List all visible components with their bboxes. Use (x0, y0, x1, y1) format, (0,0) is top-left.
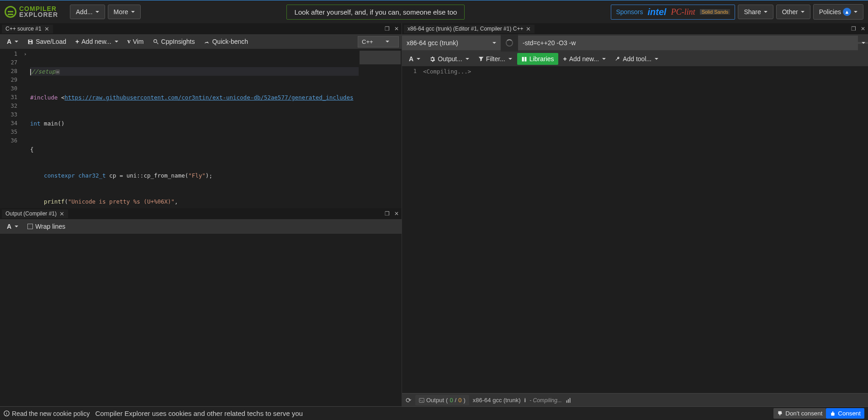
caret-icon (764, 11, 767, 13)
source-tabs: C++ source #1 ✕ ❐ ✕ (0, 23, 402, 34)
compiler-status-bar: ⟳ Output (0/0) x86-64 gcc (trunk) i - Co… (402, 393, 868, 407)
caret-icon (417, 58, 420, 60)
filter-icon (478, 56, 484, 62)
gutter: 1 27 28 29 30 31 32 33 34 35 36 (0, 49, 24, 208)
source-tab[interactable]: C++ source #1 ✕ (2, 25, 53, 33)
left-column: C++ source #1 ✕ ❐ ✕ A Save/Load +Add new… (0, 23, 402, 407)
font-button[interactable]: A (3, 220, 22, 232)
search-icon (153, 39, 159, 45)
terminal-icon (419, 398, 424, 403)
source-tab-label: C++ source #1 (5, 26, 42, 32)
close-icon[interactable]: ✕ (393, 210, 400, 217)
caret-icon (492, 42, 496, 44)
logo-icon (5, 6, 16, 18)
compiler-args-input[interactable] (518, 36, 858, 50)
thumbs-up-icon (830, 410, 836, 416)
close-icon[interactable]: ✕ (44, 26, 49, 32)
caret-icon (854, 11, 857, 13)
fold-column[interactable]: › (24, 49, 30, 208)
compile-spinner (501, 34, 518, 52)
logo[interactable]: COMPILER EXPLORER (5, 6, 58, 18)
dont-consent-button[interactable]: Don't consent (773, 408, 826, 419)
close-icon[interactable]: ✕ (860, 26, 866, 32)
consent-button[interactable]: Consent (826, 408, 864, 419)
status-compiling-label: - Compiling... (529, 397, 562, 404)
caret-icon (801, 11, 804, 13)
output-area[interactable] (0, 234, 402, 407)
compiler-select[interactable]: x86-64 gcc (trunk) (402, 36, 501, 50)
motd-banner: Look after yourself, and, if you can, so… (286, 5, 465, 20)
caret-icon (655, 58, 658, 60)
output-tab[interactable]: Output (Compiler #1) ✕ (2, 210, 68, 218)
source-toolbar: A Save/Load +Add new... vVim CppInsights… (0, 34, 402, 49)
info-icon[interactable]: i (524, 397, 526, 404)
saveload-button[interactable]: Save/Load (23, 36, 70, 47)
minimap[interactable] (359, 49, 402, 208)
logo-text-bottom: EXPLORER (19, 12, 58, 18)
book-icon (521, 56, 527, 62)
caret-icon (131, 11, 135, 13)
more-button[interactable]: More (108, 5, 141, 19)
add-button[interactable]: Add... (70, 5, 105, 19)
wrap-lines-checkbox[interactable]: Wrap lines (23, 220, 69, 232)
info-icon (4, 410, 10, 416)
font-button[interactable]: A (3, 36, 22, 47)
other-button[interactable]: Other (776, 5, 810, 19)
reload-icon[interactable]: ⟳ (406, 396, 412, 404)
sponsor-pclint: PC-lint (671, 7, 695, 17)
quickbench-button[interactable]: Quick-bench (200, 36, 252, 47)
addnew-button[interactable]: +Add new... (71, 36, 122, 47)
maximize-icon[interactable]: ❐ (850, 26, 857, 32)
caret-icon (386, 41, 389, 42)
libraries-button[interactable]: Libraries (517, 53, 558, 65)
gear-icon (429, 56, 435, 62)
source-editor[interactable]: 1 27 28 29 30 31 32 33 34 35 36 › //setu… (0, 49, 402, 208)
close-icon[interactable]: ✕ (526, 26, 531, 32)
compiler-tab[interactable]: x86-64 gcc (trunk) (Editor #1, Compiler … (404, 25, 535, 33)
addnew-button[interactable]: +Add new... (559, 53, 610, 65)
status-output-button[interactable]: Output (0/0) (415, 395, 469, 405)
thumbs-down-icon (777, 410, 783, 416)
fold-dots[interactable]: ⋯ (55, 69, 60, 74)
caret-icon (508, 58, 512, 60)
language-select[interactable]: C++ (358, 36, 399, 47)
output-tabs: Output (Compiler #1) ✕ ❐ ✕ (0, 208, 402, 219)
caret-icon (95, 11, 99, 13)
code-area[interactable]: //setup⋯ #include <https://raw.githubuse… (30, 49, 359, 208)
asm-editor[interactable]: 1 <Compiling...> (402, 66, 868, 393)
compiler-toolbar: A Output... Filter... Libraries +Add new… (402, 52, 868, 66)
gauge-icon (204, 39, 210, 45)
output-button[interactable]: Output... (425, 53, 473, 65)
svg-rect-4 (570, 398, 571, 403)
cookie-policy-link[interactable]: Read the new cookie policy (4, 410, 90, 417)
cppinsights-button[interactable]: CppInsights (149, 36, 199, 47)
svg-rect-2 (566, 400, 567, 403)
vim-button[interactable]: vVim (123, 36, 148, 47)
notification-badge: ▲ (843, 8, 851, 16)
addtool-button[interactable]: Add tool... (611, 53, 662, 65)
spinner-icon (506, 39, 513, 47)
save-icon (27, 39, 33, 45)
caret-icon (466, 58, 469, 60)
compiler-tabs: x86-64 gcc (trunk) (Editor #1, Compiler … (402, 23, 868, 34)
chart-icon[interactable] (566, 397, 572, 404)
cookie-message: Compiler Explorer uses cookies and other… (95, 410, 302, 417)
sponsor-solidsands: Solid Sands (700, 9, 730, 15)
caret-icon (15, 41, 18, 42)
asm-code[interactable]: <Compiling...> (423, 66, 868, 393)
font-button[interactable]: A (405, 53, 424, 65)
output-toolbar: A Wrap lines (0, 219, 402, 234)
sponsors-box[interactable]: Sponsors intel PC-lint Solid Sands (611, 5, 735, 20)
status-compiler-label: x86-64 gcc (trunk) (473, 397, 521, 404)
close-icon[interactable]: ✕ (59, 210, 64, 217)
caret-icon (862, 42, 865, 44)
maximize-icon[interactable]: ❐ (384, 210, 391, 217)
compiler-select-bar: x86-64 gcc (trunk) (402, 34, 868, 52)
svg-rect-1 (419, 398, 424, 402)
policies-button[interactable]: Policies▲ (813, 4, 863, 20)
filter-button[interactable]: Filter... (474, 53, 516, 65)
share-button[interactable]: Share (738, 5, 773, 19)
maximize-icon[interactable]: ❐ (384, 26, 391, 32)
close-icon[interactable]: ✕ (393, 26, 400, 32)
args-dropdown[interactable] (858, 42, 868, 44)
